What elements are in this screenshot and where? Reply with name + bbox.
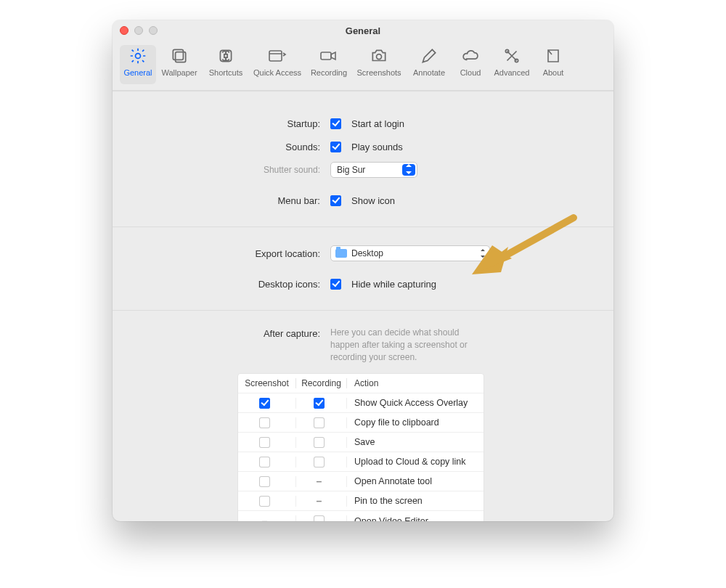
pencil-icon xyxy=(416,45,442,67)
checkbox-label: Play sounds xyxy=(351,142,403,152)
about-icon xyxy=(540,45,566,67)
label-menu-bar: Menu bar: xyxy=(113,195,330,206)
action-label: Show Quick Access Overlay xyxy=(347,398,484,408)
checkbox-recording[interactable] xyxy=(314,515,325,521)
checkbox-hide-while-capturing[interactable] xyxy=(330,279,341,290)
col-screenshot: Screenshot xyxy=(238,378,296,388)
chevron-updown-icon xyxy=(405,164,412,176)
tab-label: Screenshots xyxy=(356,68,401,77)
action-label: Save xyxy=(347,437,484,447)
checkbox-recording[interactable] xyxy=(314,457,325,467)
section-startup: Startup: Start at login Sounds: Play sou… xyxy=(113,91,613,226)
checkbox-screenshot[interactable] xyxy=(259,457,270,467)
tab-label: Quick Access xyxy=(253,68,301,77)
camera-icon xyxy=(366,45,392,67)
checkbox-recording[interactable] xyxy=(314,398,325,409)
chevron-updown-icon xyxy=(480,249,486,258)
tab-quick-access[interactable]: Quick Access xyxy=(249,45,306,84)
table-row: Show Quick Access Overlay xyxy=(238,393,484,413)
checkbox-screenshot[interactable] xyxy=(259,476,270,487)
checkbox-recording[interactable] xyxy=(314,417,325,428)
command-icon xyxy=(213,45,239,67)
tab-label: Shortcuts xyxy=(209,68,242,77)
after-capture-table: Screenshot Recording Action Show Quick A… xyxy=(237,373,484,521)
tab-label: Advanced xyxy=(494,68,530,77)
titlebar: General xyxy=(113,20,613,41)
checkbox-screenshot[interactable] xyxy=(259,417,270,428)
select-value: Desktop xyxy=(351,248,383,258)
table-row: Copy file to clipboard xyxy=(238,413,484,433)
label-export-location: Export location: xyxy=(113,248,330,259)
cloud-icon xyxy=(457,45,484,67)
tab-wallpaper[interactable]: Wallpaper xyxy=(156,45,203,84)
video-icon xyxy=(316,45,342,67)
svg-rect-1 xyxy=(173,49,183,60)
table-row: Save xyxy=(238,433,484,452)
checkbox-play-sounds[interactable] xyxy=(330,142,341,152)
select-shutter-sound[interactable]: Big Sur xyxy=(330,162,417,178)
action-label: Copy file to clipboard xyxy=(347,417,484,428)
action-label: Upload to Cloud & copy link xyxy=(347,457,484,467)
tab-label: About xyxy=(543,68,564,77)
tab-recording[interactable]: Recording xyxy=(306,45,352,84)
svg-rect-2 xyxy=(176,52,186,62)
tab-annotate[interactable]: Annotate xyxy=(406,45,452,84)
window-minimize-button[interactable] xyxy=(134,26,143,35)
label-desktop-icons: Desktop icons: xyxy=(113,279,330,290)
table-row: Open Video Editor xyxy=(238,511,484,521)
col-action: Action xyxy=(347,378,484,388)
tab-cloud[interactable]: Cloud xyxy=(452,45,489,84)
checkbox-screenshot[interactable] xyxy=(259,398,270,409)
wallpaper-icon xyxy=(166,45,192,67)
label-shutter-sound: Shutter sound: xyxy=(113,165,330,175)
checkbox-label: Show icon xyxy=(351,195,395,206)
tools-icon xyxy=(499,45,525,67)
table-header: Screenshot Recording Action xyxy=(238,374,484,393)
tab-about[interactable]: About xyxy=(535,45,571,84)
tab-label: Annotate xyxy=(413,68,445,77)
select-value: Big Sur xyxy=(337,165,365,175)
section-after-capture: After capture: Here you can decide what … xyxy=(113,310,613,521)
label-after-capture: After capture: xyxy=(113,327,330,339)
svg-point-0 xyxy=(136,54,141,59)
table-row: Pin to the screen xyxy=(238,491,484,511)
checkbox-recording xyxy=(314,496,325,507)
checkbox-recording xyxy=(314,476,325,487)
checkbox-start-at-login[interactable] xyxy=(330,118,341,129)
tab-label: Cloud xyxy=(460,68,481,77)
select-export-location[interactable]: Desktop xyxy=(330,245,490,261)
prefs-toolbar: General Wallpaper Shortcuts Quick Access xyxy=(113,41,613,91)
action-label: Open Annotate tool xyxy=(347,476,484,486)
checkbox-screenshot[interactable] xyxy=(259,437,270,448)
tab-label: Recording xyxy=(311,68,347,77)
window-close-button[interactable] xyxy=(120,26,129,35)
folder-icon xyxy=(335,249,347,258)
section-export: Export location: Desktop Desktop icons: … xyxy=(113,226,613,310)
table-row: Upload to Cloud & copy link xyxy=(238,452,484,472)
tab-label: General xyxy=(123,68,152,77)
checkbox-screenshot[interactable] xyxy=(259,496,270,507)
tab-advanced[interactable]: Advanced xyxy=(489,45,535,84)
checkbox-recording[interactable] xyxy=(314,437,325,448)
window-title: General xyxy=(346,25,380,36)
checkbox-show-icon[interactable] xyxy=(330,195,341,206)
label-sounds: Sounds: xyxy=(113,142,330,152)
tab-screenshots[interactable]: Screenshots xyxy=(352,45,406,84)
window-zoom-button[interactable] xyxy=(149,26,158,35)
label-startup: Startup: xyxy=(113,118,330,129)
quick-access-icon xyxy=(264,45,290,67)
after-capture-help: Here you can decide what should happen a… xyxy=(330,327,483,363)
preferences-window: General General Wallpaper Shortcuts xyxy=(113,20,613,521)
checkbox-label: Start at login xyxy=(351,118,404,129)
tab-general[interactable]: General xyxy=(120,45,156,84)
checkbox-screenshot xyxy=(259,515,270,521)
action-label: Open Video Editor xyxy=(347,516,484,521)
col-recording: Recording xyxy=(296,378,347,388)
tab-label: Wallpaper xyxy=(161,68,197,77)
svg-rect-4 xyxy=(269,51,282,61)
action-label: Pin to the screen xyxy=(347,496,484,506)
tab-shortcuts[interactable]: Shortcuts xyxy=(203,45,249,84)
gear-icon xyxy=(125,45,151,67)
svg-rect-5 xyxy=(321,52,331,60)
svg-point-6 xyxy=(377,54,382,60)
